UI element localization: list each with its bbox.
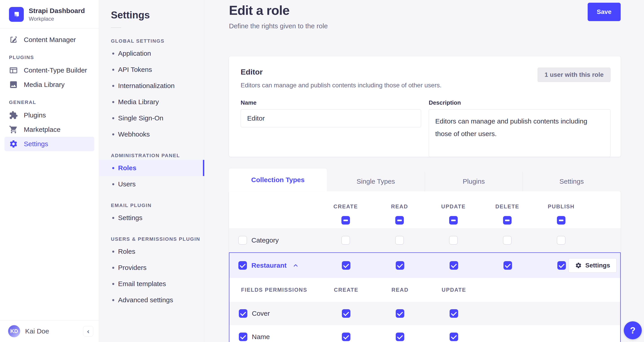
sidebar-nav: Content Manager PLUGINS Content-Type Bui…: [0, 29, 99, 155]
subnav-item-label: Advanced settings: [118, 296, 173, 304]
subnav-item-email-settings[interactable]: Settings: [99, 210, 204, 226]
subnav-title: Settings: [111, 10, 204, 21]
tab-collection-types[interactable]: Collection Types: [229, 168, 327, 191]
bullet-icon: [112, 101, 114, 103]
restaurant-create-checkbox[interactable]: [342, 261, 350, 270]
cover-update-checkbox[interactable]: [450, 309, 458, 318]
subnav-item-label: Settings: [118, 214, 142, 222]
role-name-input[interactable]: [241, 109, 421, 127]
select-all-publish-checkbox[interactable]: [557, 216, 566, 225]
avatar[interactable]: KD: [8, 325, 20, 337]
column-header: CREATE: [334, 203, 358, 210]
role-description-text: Editors can manage and publish contents …: [241, 82, 442, 89]
subnav-item-users[interactable]: Users: [99, 176, 204, 192]
subnav-item-label: Email templates: [118, 280, 166, 288]
subnav-item-label: Application: [118, 50, 151, 57]
bullet-icon: [112, 167, 114, 169]
category-delete-checkbox[interactable]: [503, 236, 512, 244]
restaurant-delete-checkbox[interactable]: [504, 261, 512, 270]
subnav-item-email-templates[interactable]: Email templates: [99, 276, 204, 292]
help-button[interactable]: ?: [624, 321, 642, 339]
subnav-item-label: Single Sign-On: [118, 114, 164, 122]
sidebar-item-plugins[interactable]: Plugins: [4, 108, 94, 122]
sidebar-item-content-manager[interactable]: Content Manager: [4, 33, 94, 47]
users-with-role-button[interactable]: 1 user with this role: [538, 68, 610, 82]
workspace-brand[interactable]: Strapi Dashboard Workplace: [0, 0, 99, 28]
subnav-item-label: Users: [118, 180, 136, 188]
category-update-checkbox[interactable]: [449, 236, 458, 244]
sidebar-item-marketplace[interactable]: Marketplace: [4, 122, 94, 137]
save-button[interactable]: Save: [588, 3, 621, 21]
cover-create-checkbox[interactable]: [342, 309, 350, 318]
name-read-checkbox[interactable]: [396, 332, 404, 341]
tab-settings[interactable]: Settings: [522, 172, 620, 191]
tab-plugins[interactable]: Plugins: [425, 172, 522, 191]
category-publish-checkbox[interactable]: [557, 236, 566, 244]
sidebar-item-settings[interactable]: Settings: [4, 137, 94, 151]
gear-icon: [9, 139, 18, 148]
bullet-icon: [112, 85, 114, 87]
bullet-icon: [112, 117, 114, 119]
category-create-checkbox[interactable]: [342, 236, 350, 244]
column-header: UPDATE: [442, 287, 466, 293]
settings-button-label: Settings: [586, 262, 610, 269]
fields-permissions-title: FIELDS PERMISSIONS: [230, 287, 319, 293]
select-all-create-checkbox[interactable]: [342, 216, 350, 225]
subnav-section-email-plugin: EMAIL PLUGIN: [111, 203, 204, 208]
page-title: Edit a role: [229, 3, 328, 18]
row-label[interactable]: Category: [252, 236, 279, 244]
subnav-item-roles-up[interactable]: Roles: [99, 243, 204, 260]
restaurant-publish-checkbox[interactable]: [557, 261, 566, 270]
strapi-logo-icon: [9, 7, 24, 22]
subnav-item-roles-admin[interactable]: Roles: [99, 160, 204, 176]
subnav-item-media-library[interactable]: Media Library: [99, 94, 204, 110]
sidebar-item-label: Plugins: [24, 111, 46, 119]
subnav-item-label: Internationalization: [118, 82, 175, 90]
row-label[interactable]: Name: [252, 333, 270, 341]
name-create-checkbox[interactable]: [342, 332, 350, 341]
row-label[interactable]: Restaurant: [252, 262, 287, 269]
subnav-item-application[interactable]: Application: [99, 45, 204, 62]
subnav-item-single-sign-on[interactable]: Single Sign-On: [99, 110, 204, 126]
bullet-icon: [112, 133, 114, 135]
sidebar-collapse-button[interactable]: ‹: [83, 326, 94, 336]
permissions-header-row: CREATE READ UPDATE DELETE PUBLISH: [229, 191, 621, 228]
page-subtitle: Define the rights given to the role: [229, 22, 328, 30]
chevron-up-icon[interactable]: [292, 262, 299, 268]
fields-permissions-header: FIELDS PERMISSIONS CREATE READ UPDATE: [230, 278, 620, 302]
restaurant-read-checkbox[interactable]: [396, 261, 404, 270]
sidebar-section-plugins: PLUGINS: [9, 55, 90, 60]
select-all-read-checkbox[interactable]: [395, 216, 404, 225]
table-row-restaurant: Restaurant Settings: [230, 253, 620, 278]
puzzle-icon: [9, 111, 18, 120]
table-row-category: Category: [229, 228, 621, 252]
role-description-textarea[interactable]: Editors can manage and publish contents …: [429, 109, 610, 157]
select-all-delete-checkbox[interactable]: [503, 216, 512, 225]
sidebar-item-label: Settings: [24, 140, 48, 148]
category-row-checkbox[interactable]: [238, 236, 247, 244]
subnav-item-webhooks[interactable]: Webhooks: [99, 126, 204, 142]
page-header: Edit a role Define the rights given to t…: [229, 0, 621, 30]
restaurant-settings-button[interactable]: Settings: [568, 258, 616, 273]
sidebar-item-media-library[interactable]: Media Library: [4, 78, 94, 92]
tab-single-types[interactable]: Single Types: [327, 172, 425, 191]
subnav-item-label: Roles: [118, 164, 136, 172]
sidebar: Strapi Dashboard Workplace Content Manag…: [0, 0, 99, 342]
name-row-checkbox[interactable]: [239, 332, 247, 341]
select-all-update-checkbox[interactable]: [449, 216, 458, 225]
subnav-item-api-tokens[interactable]: API Tokens: [99, 62, 204, 78]
category-read-checkbox[interactable]: [395, 236, 404, 244]
sidebar-item-label: Media Library: [24, 81, 65, 89]
cover-read-checkbox[interactable]: [396, 309, 404, 318]
cover-row-checkbox[interactable]: [239, 309, 247, 318]
sidebar-item-content-type-builder[interactable]: Content-Type Builder: [4, 63, 94, 78]
subnav-item-providers[interactable]: Providers: [99, 260, 204, 276]
description-field-label: Description: [429, 99, 610, 106]
subnav-item-internationalization[interactable]: Internationalization: [99, 78, 204, 94]
name-update-checkbox[interactable]: [450, 332, 458, 341]
subnav-item-advanced-settings[interactable]: Advanced settings: [99, 292, 204, 308]
column-header: DELETE: [496, 203, 520, 210]
restaurant-row-checkbox[interactable]: [238, 261, 247, 270]
restaurant-update-checkbox[interactable]: [450, 261, 458, 270]
row-label[interactable]: Cover: [252, 310, 270, 317]
